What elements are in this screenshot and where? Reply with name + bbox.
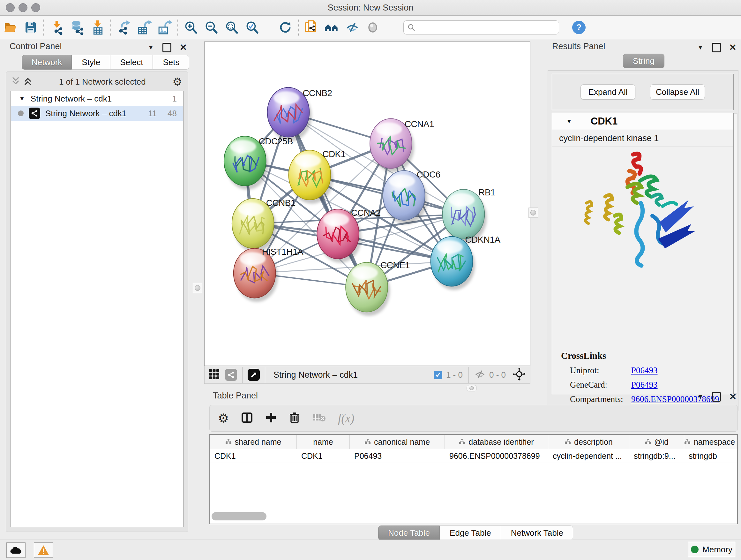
tab-network-table[interactable]: Network Table: [501, 525, 573, 540]
column-header-databaseidentifier[interactable]: database identifier: [445, 435, 548, 449]
grid-view-icon[interactable]: [208, 368, 220, 381]
hidden-eye-icon[interactable]: [475, 369, 485, 380]
table-row[interactable]: CDK1CDK1P064939606.ENSP00000378699cyclin…: [210, 449, 737, 463]
column-header-sharedname[interactable]: shared name: [210, 435, 297, 449]
tab-select[interactable]: Select: [110, 55, 153, 70]
import-network-database-icon[interactable]: [67, 18, 87, 37]
table-cell[interactable]: CDK1: [297, 449, 350, 462]
table-panel-menu-icon[interactable]: ▼: [697, 393, 704, 400]
control-panel-title: Control Panel: [10, 42, 62, 51]
tab-sets[interactable]: Sets: [153, 55, 189, 70]
node-CCNE1[interactable]: [346, 262, 390, 316]
column-header-namespace[interactable]: namespace: [684, 435, 735, 449]
column-header-canonicalname[interactable]: canonical name: [350, 435, 445, 449]
tree-expander-icon[interactable]: ▼: [19, 96, 25, 102]
tab-edge-table[interactable]: Edge Table: [440, 525, 501, 540]
open-session-icon[interactable]: [0, 18, 20, 37]
zoom-fit-icon[interactable]: [221, 18, 242, 37]
toolbar-separator: [468, 367, 469, 383]
table-cell[interactable]: cyclin-dependent ...: [548, 449, 629, 462]
results-panel-close-icon[interactable]: ✕: [729, 42, 737, 53]
control-panel-close-icon[interactable]: ✕: [180, 42, 187, 53]
table-horizontal-scrollbar[interactable]: [212, 512, 266, 520]
show-columns-icon[interactable]: [241, 412, 253, 425]
zoom-selected-icon[interactable]: [242, 18, 262, 37]
results-scrollbar[interactable]: [734, 113, 738, 394]
expand-all-button[interactable]: Expand All: [581, 84, 635, 100]
table-options-gear-icon[interactable]: ⚙: [218, 411, 229, 425]
hide-panels-eye-icon[interactable]: [342, 18, 362, 37]
search-input[interactable]: [403, 20, 559, 35]
expand-all-icon[interactable]: [23, 76, 32, 87]
tab-style[interactable]: Style: [72, 55, 110, 70]
node-table[interactable]: shared namenamecanonical namedatabase id…: [209, 434, 738, 524]
left-splitter-handle[interactable]: [193, 283, 202, 293]
crosslink-row: Uniprot:P06493: [570, 366, 733, 375]
zoom-in-icon[interactable]: [181, 18, 201, 37]
gene-card: ▼ CDK1 cyclin-dependent kinase 1: [552, 113, 734, 394]
collapse-all-icon[interactable]: [11, 76, 20, 87]
right-splitter-handle[interactable]: [529, 207, 538, 218]
tab-network[interactable]: Network: [22, 55, 72, 70]
table-toolbar: ⚙ f(x): [209, 405, 738, 432]
table-header-row: shared namenamecanonical namedatabase id…: [210, 435, 737, 449]
edge-CCNB2-CCNE1[interactable]: [288, 112, 367, 287]
control-panel-menu-icon[interactable]: ▼: [148, 44, 154, 51]
node-label-RB1: RB1: [478, 187, 495, 197]
results-panel-float-icon[interactable]: [712, 43, 721, 52]
warning-button[interactable]: [34, 543, 53, 558]
network-view-title: String Network – cdk1: [273, 370, 358, 380]
import-table-file-icon[interactable]: [87, 18, 108, 37]
toolbar-separator: [265, 367, 265, 383]
node-CDKN1A[interactable]: [431, 237, 475, 290]
clone-network-icon[interactable]: [301, 18, 322, 37]
add-column-icon[interactable]: [265, 412, 277, 425]
show-panels-eye-icon[interactable]: [362, 18, 383, 37]
network-graph[interactable]: CCNB2CCNA1CDC25BCDK1CDC6RB1CCNB1CCNA2CDK…: [205, 42, 530, 366]
export-network-icon[interactable]: [114, 18, 134, 37]
collapse-all-button[interactable]: Collapse All: [650, 84, 705, 100]
gene-header[interactable]: ▼ CDK1: [552, 113, 733, 130]
search-field[interactable]: [403, 20, 559, 35]
column-header-name[interactable]: name: [297, 435, 350, 449]
table-cell[interactable]: stringdb: [684, 449, 735, 462]
selected-count: 1 - 0: [446, 370, 463, 380]
network-options-gear-icon[interactable]: ⚙: [173, 75, 182, 88]
export-table-icon[interactable]: [134, 18, 154, 37]
crosslink-link[interactable]: P06493: [631, 380, 658, 390]
control-panel-float-icon[interactable]: [162, 43, 172, 52]
results-panel-menu-icon[interactable]: ▼: [697, 44, 704, 51]
string-view-icon[interactable]: [225, 369, 237, 381]
column-header-description[interactable]: description: [548, 435, 629, 449]
crosslink-link[interactable]: P06493: [631, 366, 658, 375]
crosslink-label: Uniprot:: [570, 366, 631, 375]
import-network-file-icon[interactable]: [47, 18, 67, 37]
save-session-icon[interactable]: [20, 18, 41, 37]
tab-string[interactable]: String: [623, 54, 664, 68]
zoom-out-icon[interactable]: [201, 18, 221, 37]
column-header-id[interactable]: @id: [629, 435, 684, 449]
tab-node-table[interactable]: Node Table: [378, 525, 440, 540]
node-label-CCNB2: CCNB2: [302, 88, 332, 98]
help-button[interactable]: ?: [569, 18, 589, 37]
table-panel-float-icon[interactable]: [712, 392, 721, 401]
toolbar-separator: [242, 367, 243, 383]
cloud-button[interactable]: [6, 543, 25, 558]
network-collection-row[interactable]: ▼ String Network – cdk1 1: [11, 91, 183, 106]
table-cell[interactable]: CDK1: [210, 449, 297, 462]
selected-checkbox-icon[interactable]: [434, 371, 442, 379]
fit-selected-crosshair-icon[interactable]: [513, 368, 526, 382]
show-all-windows-icon[interactable]: [322, 18, 342, 37]
memory-button[interactable]: Memory: [688, 542, 735, 557]
gene-expander-icon[interactable]: ▼: [566, 118, 572, 125]
refresh-icon[interactable]: [275, 18, 295, 37]
table-cell[interactable]: stringdb:9...: [629, 449, 684, 462]
network-row-selected[interactable]: String Network – cdk1 11 48: [11, 106, 183, 121]
table-panel-close-icon[interactable]: ✕: [729, 391, 737, 402]
table-cell[interactable]: 9606.ENSP00000378699: [445, 449, 548, 462]
detach-view-icon[interactable]: [248, 369, 260, 381]
export-image-icon[interactable]: [154, 18, 175, 37]
table-cell[interactable]: P06493: [350, 449, 445, 462]
network-canvas[interactable]: CCNB2CCNA1CDC25BCDK1CDC6RB1CCNB1CCNA2CDK…: [204, 42, 530, 366]
delete-column-trash-icon[interactable]: [289, 412, 300, 425]
